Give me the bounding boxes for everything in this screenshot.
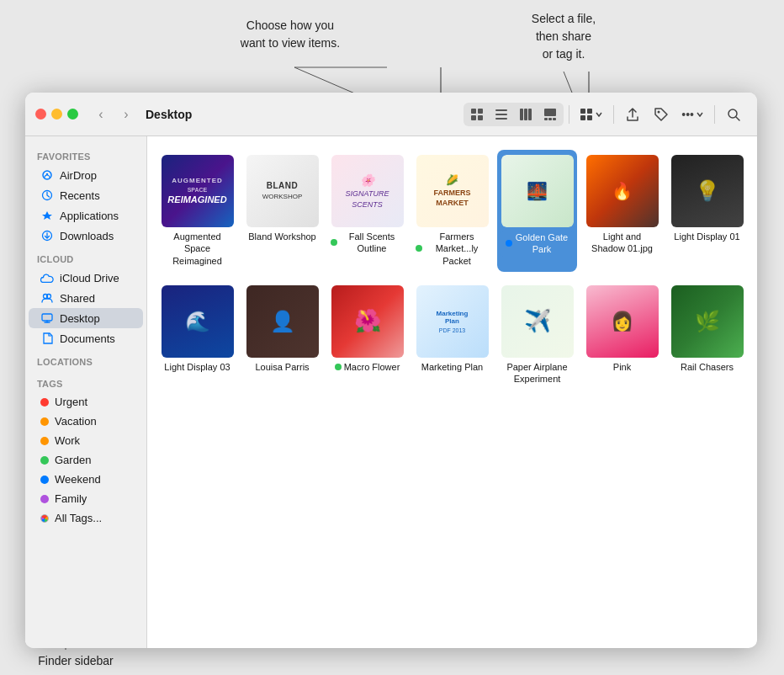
sidebar-item-downloads[interactable]: Downloads	[29, 226, 143, 246]
file-item-macro[interactable]: 🌺 Macro Flower	[327, 280, 407, 391]
svg-rect-21	[495, 118, 507, 120]
maximize-button[interactable]	[67, 109, 78, 120]
file-name-farmers: Farmers Market...ly Packet	[416, 231, 489, 267]
file-item-light01[interactable]: 💡 Light Display 01	[667, 150, 747, 272]
sidebar-label-recents: Recents	[60, 189, 100, 202]
file-thumb-farmers: 🌽 FARMERSMARKET	[416, 155, 489, 227]
more-button[interactable]: •••	[676, 105, 709, 124]
sidebar-item-documents[interactable]: Documents	[29, 328, 143, 348]
file-thumb-rail: 🌿	[671, 285, 744, 358]
search-button[interactable]	[720, 103, 747, 126]
sidebar-item-tag-vacation[interactable]: Vacation	[29, 412, 143, 431]
sidebar-label-tag-work: Work	[55, 434, 80, 447]
tag-vacation-dot	[40, 417, 49, 426]
svg-rect-22	[520, 109, 523, 120]
callout-share-tag: Select a file,then shareor tag it.	[496, 10, 631, 63]
sidebar-label-downloads: Downloads	[60, 230, 114, 242]
sidebar-item-tag-urgent[interactable]: Urgent	[29, 392, 143, 412]
sidebar-item-icloud-drive[interactable]: iCloud Drive	[29, 268, 143, 288]
svg-rect-25	[544, 109, 556, 116]
sidebar-item-airdrop[interactable]: AirDrop	[29, 165, 143, 185]
svg-rect-30	[587, 109, 592, 114]
file-item-farmers[interactable]: 🌽 FARMERSMARKET Farmers Market...ly Pack…	[412, 150, 492, 272]
file-name-bland: Bland Workshop	[248, 231, 316, 242]
applications-icon	[40, 209, 54, 222]
file-thumb-golden: 🌉	[501, 155, 574, 227]
view-list-btn[interactable]	[490, 104, 513, 125]
file-area: AUGMENTED SPACE REIMAGINED Augmented Spa…	[147, 136, 757, 648]
sidebar-item-tag-work[interactable]: Work	[29, 431, 143, 450]
sidebar-label-tag-vacation: Vacation	[55, 415, 97, 428]
file-item-light03[interactable]: 🌊 Light Display 03	[157, 280, 237, 391]
sidebar-item-tag-garden[interactable]: Garden	[29, 450, 143, 470]
sidebar-item-shared[interactable]: Shared	[29, 288, 143, 308]
view-buttons	[464, 103, 564, 126]
forward-button[interactable]: ›	[117, 105, 135, 124]
share-button[interactable]	[619, 103, 646, 126]
sidebar-label-tag-garden: Garden	[55, 454, 91, 466]
svg-rect-15	[471, 109, 476, 114]
view-icon-btn[interactable]	[465, 104, 489, 125]
file-item-augmented[interactable]: AUGMENTED SPACE REIMAGINED Augmented Spa…	[157, 150, 237, 272]
recents-icon	[40, 189, 54, 202]
tag-all-dot	[40, 514, 49, 523]
sidebar-item-tag-weekend[interactable]: Weekend	[29, 470, 143, 489]
minimize-button[interactable]	[51, 109, 62, 120]
file-item-light-shadow[interactable]: 🔥 Light and Shadow 01.jpg	[582, 150, 662, 272]
file-item-paper[interactable]: ✈️ Paper Airplane Experiment	[497, 280, 577, 391]
file-thumb-light03: 🌊	[162, 285, 234, 358]
svg-rect-43	[42, 314, 52, 321]
file-thumb-marketing: MarketingPlan PDF 2013	[416, 285, 489, 358]
sidebar-label-documents: Documents	[60, 332, 115, 345]
view-column-btn[interactable]	[514, 104, 538, 125]
shared-icon	[40, 291, 54, 305]
file-name-light01: Light Display 01	[674, 231, 739, 242]
file-item-marketing[interactable]: MarketingPlan PDF 2013 Marketing Plan	[412, 280, 492, 391]
svg-rect-24	[528, 109, 532, 120]
sep1	[569, 105, 569, 124]
close-button[interactable]	[35, 109, 46, 120]
svg-rect-26	[544, 118, 548, 120]
sidebar-section-icloud: iCloud	[25, 246, 146, 268]
file-item-fall[interactable]: 🌸 SIGNATURESCENTS Fall Scents Outline	[327, 150, 407, 272]
svg-rect-19	[495, 109, 507, 111]
sidebar-label-icloud-drive: iCloud Drive	[60, 272, 119, 284]
sidebar-label-airdrop: AirDrop	[60, 169, 97, 182]
view-gallery-btn[interactable]	[538, 104, 562, 125]
file-item-louisa[interactable]: 👤 Louisa Parris	[242, 280, 322, 391]
sidebar-item-tag-all[interactable]: All Tags...	[29, 508, 143, 528]
svg-rect-20	[495, 114, 507, 115]
sidebar-item-recents[interactable]: Recents	[29, 185, 143, 205]
file-item-pink[interactable]: 👩 Pink	[582, 280, 662, 391]
sidebar-item-desktop[interactable]: Desktop	[29, 308, 143, 328]
file-tag-fall	[331, 239, 337, 246]
file-name-fall: Fall Scents Outline	[331, 231, 404, 255]
svg-rect-32	[587, 115, 592, 120]
tag-button[interactable]	[648, 103, 675, 126]
svg-rect-16	[478, 109, 483, 114]
sidebar-item-tag-family[interactable]: Family	[29, 489, 143, 508]
sidebar-label-shared: Shared	[60, 292, 95, 305]
file-item-bland[interactable]: BLAND WORKSHOP Bland Workshop	[242, 150, 322, 272]
file-name-macro: Macro Flower	[335, 361, 400, 373]
file-item-rail[interactable]: 🌿 Rail Chasers	[667, 280, 747, 391]
svg-point-33	[658, 110, 660, 113]
more-dots: •••	[681, 108, 694, 121]
sidebar-item-applications[interactable]: Applications	[29, 205, 143, 226]
sidebar-label-tag-weekend: Weekend	[55, 473, 101, 486]
svg-point-37	[46, 173, 48, 175]
svg-rect-18	[478, 115, 483, 120]
file-thumb-louisa: 👤	[246, 285, 319, 358]
back-button[interactable]: ‹	[92, 105, 110, 124]
group-by-button[interactable]	[575, 105, 608, 124]
file-item-golden[interactable]: 🌉 Golden Gate Park	[497, 150, 577, 272]
tag-weekend-dot	[40, 476, 49, 484]
sidebar: Favorites AirDrop Recents Applications	[25, 136, 147, 648]
tag-work-dot	[40, 437, 49, 445]
file-thumb-paper: ✈️	[501, 285, 574, 358]
sidebar-section-tags: Tags	[25, 370, 146, 392]
sep2	[613, 105, 614, 124]
icloud-drive-icon	[40, 271, 54, 284]
traffic-lights	[35, 109, 78, 120]
file-name-augmented: Augmented Space Reimagined	[161, 231, 234, 267]
